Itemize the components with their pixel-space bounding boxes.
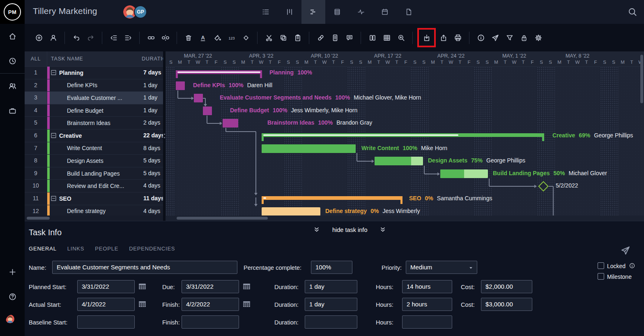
info-icon[interactable] <box>629 262 635 269</box>
number-format-button[interactable]: 123 <box>224 30 239 46</box>
sidebar-item-clock[interactable] <box>0 49 25 73</box>
fill-color-button[interactable] <box>210 30 224 46</box>
table-row[interactable]: 9Build Landing Pages5 days <box>25 167 163 180</box>
task-info-button[interactable] <box>474 30 488 46</box>
cut-button[interactable] <box>262 30 276 46</box>
task-duration-cell[interactable]: 5 days <box>142 155 163 167</box>
column-header-duration[interactable]: DURATION <box>142 51 163 66</box>
task-name-cell[interactable]: Review and Edit Cre... <box>50 180 142 192</box>
gantt-task-bar[interactable] <box>262 207 320 216</box>
table-row[interactable]: 3Evaluate Customer ...1 day <box>25 92 163 104</box>
print-button[interactable] <box>451 30 465 46</box>
settings-button[interactable] <box>531 30 545 46</box>
sidebar-item-help[interactable] <box>0 284 25 309</box>
task-name-cell[interactable]: Planning <box>50 67 142 79</box>
duration-input[interactable]: 1 day <box>305 298 357 311</box>
task-name-cell[interactable]: Define Budget <box>50 104 142 117</box>
task-name-cell[interactable]: Design Assets <box>50 155 142 167</box>
import-button[interactable] <box>419 30 434 46</box>
task-duration-cell[interactable]: 1 day <box>142 79 163 92</box>
task-duration-cell[interactable]: 2 days <box>142 117 163 129</box>
hide-task-info-button[interactable]: hide task info <box>313 227 386 233</box>
share-button[interactable] <box>488 30 502 46</box>
toggle-grid-button[interactable] <box>380 30 394 46</box>
undo-button[interactable] <box>69 30 83 46</box>
task-name-cell[interactable]: Write Content <box>50 142 142 155</box>
tab-dependencies[interactable]: DEPENDENCIES <box>129 246 175 252</box>
locked-checkbox[interactable] <box>598 262 604 269</box>
indent-task-button[interactable] <box>121 30 135 46</box>
add-milestone-button[interactable] <box>239 30 253 46</box>
view-tab-view-calendar[interactable] <box>373 0 397 24</box>
gantt-task-bar[interactable] <box>203 107 212 115</box>
actual-start-input[interactable]: 4/1/2022 <box>77 298 135 311</box>
hours-input[interactable] <box>402 315 452 329</box>
cost-input[interactable]: $3,000.00 <box>481 298 532 311</box>
table-row[interactable]: 5Brainstorm Ideas2 days <box>25 117 163 130</box>
view-tab-view-list[interactable] <box>254 0 278 24</box>
unlink-tasks-button[interactable] <box>158 30 172 46</box>
gantt-task-bar[interactable] <box>176 81 185 90</box>
collapse-icon[interactable] <box>51 196 56 201</box>
table-row[interactable]: 7Write Content8 days <box>25 142 163 155</box>
tab-people[interactable]: PEOPLE <box>95 246 118 252</box>
view-tab-view-sheet[interactable] <box>325 0 349 24</box>
comment-button[interactable] <box>342 30 356 46</box>
calendar-icon[interactable] <box>138 300 147 308</box>
redo-button[interactable] <box>83 30 98 46</box>
due-input[interactable]: 3/31/2022 <box>182 280 239 293</box>
add-note-button[interactable] <box>328 30 342 46</box>
add-task-button[interactable] <box>32 30 46 46</box>
column-header-all[interactable]: ALL <box>25 51 47 66</box>
finish-input[interactable] <box>182 315 239 329</box>
table-row[interactable]: 2Define KPIs1 day <box>25 79 163 92</box>
view-tab-view-board[interactable] <box>278 0 301 24</box>
gantt-task-bar[interactable] <box>223 119 238 127</box>
task-name-cell[interactable]: SEO <box>50 192 142 205</box>
paper-plane-icon[interactable] <box>620 245 631 256</box>
task-duration-cell[interactable]: 11 days <box>142 192 163 205</box>
filter-button[interactable] <box>502 30 517 46</box>
name-input[interactable]: Evaluate Customer Segments and Needs <box>52 261 237 274</box>
paste-button[interactable] <box>290 30 305 46</box>
hours-input[interactable]: 2 hours <box>402 298 452 311</box>
gantt-vscroll-thumb[interactable] <box>640 55 643 103</box>
gantt-task-bar[interactable] <box>194 94 203 102</box>
task-duration-cell[interactable]: 7 days <box>142 67 163 79</box>
task-name-cell[interactable]: Creative <box>50 130 142 142</box>
gantt-task-bar[interactable] <box>262 144 356 153</box>
user-avatar[interactable] <box>0 309 25 334</box>
export-button[interactable] <box>436 30 451 46</box>
gantt-summary-bar[interactable] <box>262 196 402 200</box>
collapse-icon[interactable] <box>51 70 56 75</box>
tab-general[interactable]: GENERAL <box>29 246 57 252</box>
gantt-task-bar[interactable] <box>440 169 488 178</box>
task-name-cell[interactable]: Define KPIs <box>50 79 142 92</box>
search-icon[interactable] <box>628 7 637 17</box>
view-tab-view-doc[interactable] <box>397 0 421 24</box>
collapse-icon[interactable] <box>51 133 56 138</box>
delete-task-button[interactable] <box>181 30 196 46</box>
calendar-icon[interactable] <box>242 283 251 290</box>
hours-input[interactable]: 14 hours <box>402 280 452 293</box>
app-logo[interactable]: PM <box>0 0 25 24</box>
gantt-summary-bar[interactable] <box>176 70 262 74</box>
tab-links[interactable]: LINKS <box>67 246 85 252</box>
task-name-cell[interactable]: Brainstorm Ideas <box>50 117 142 129</box>
toggle-columns-button[interactable] <box>365 30 380 46</box>
sidebar-item-team[interactable] <box>0 74 25 98</box>
cost-input[interactable]: $2,000.00 <box>481 280 532 293</box>
duration-input[interactable]: 1 day <box>305 280 357 293</box>
zoom-button[interactable] <box>394 30 408 46</box>
table-gantt-splitter[interactable] <box>163 51 166 221</box>
calendar-icon[interactable] <box>242 300 251 308</box>
task-duration-cell[interactable]: 1 day <box>142 92 163 104</box>
table-row[interactable]: 8Design Assets5 days <box>25 155 163 167</box>
member-avatar-gp[interactable]: GP <box>134 5 147 19</box>
table-row[interactable]: 11SEO11 days <box>25 192 163 205</box>
text-format-button[interactable]: A <box>196 30 210 46</box>
task-duration-cell[interactable]: 8 days <box>142 142 163 155</box>
task-name-cell[interactable]: Evaluate Customer ... <box>50 92 142 104</box>
percent-complete-input[interactable]: 100% <box>311 261 352 274</box>
finish-input[interactable]: 4/2/2022 <box>182 298 239 311</box>
